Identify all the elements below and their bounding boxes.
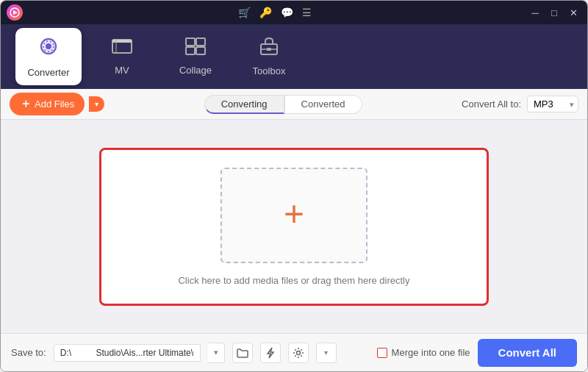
svg-point-4: [46, 43, 51, 49]
convert-all-to-label: Convert All to:: [462, 99, 521, 110]
window-controls: ─ □ ✕: [527, 4, 581, 21]
title-bar: 🛒 🔑 💬 ☰ ─ □ ✕: [1, 1, 587, 24]
toolbox-icon: [259, 37, 279, 61]
key-icon[interactable]: 🔑: [259, 7, 272, 18]
svg-rect-15: [267, 48, 271, 51]
format-select-wrapper: MP3 MP4 AAC WAV: [527, 96, 578, 112]
svg-point-17: [296, 351, 300, 354]
settings-button[interactable]: [288, 343, 309, 363]
converter-icon: [37, 35, 60, 62]
svg-marker-16: [268, 348, 273, 358]
drop-hint-text: Click here to add media files or drag th…: [178, 275, 409, 286]
merge-area: Merge into one file: [377, 347, 470, 358]
browse-folder-button[interactable]: [232, 343, 253, 363]
mv-icon: [112, 37, 132, 60]
add-files-label: Add Files: [35, 99, 74, 110]
add-media-icon: +: [284, 196, 304, 232]
close-button[interactable]: ✕: [565, 4, 581, 21]
convert-all-area: Convert All to: MP3 MP4 AAC WAV: [462, 96, 578, 112]
nav-toolbox-label: Toolbox: [253, 65, 286, 76]
maximize-button[interactable]: □: [546, 4, 562, 21]
nav-collage-label: Collage: [179, 65, 212, 76]
settings-dropdown-button[interactable]: ▾: [316, 343, 337, 363]
tab-converted[interactable]: Converted: [284, 95, 362, 114]
merge-label: Merge into one file: [392, 347, 470, 358]
chat-icon[interactable]: 💬: [281, 7, 293, 18]
save-to-label: Save to:: [11, 347, 46, 358]
save-path-input[interactable]: [54, 344, 201, 362]
svg-marker-1: [13, 10, 18, 15]
drop-area-outer[interactable]: + Click here to add media files or drag …: [99, 148, 489, 306]
convert-all-button[interactable]: Convert All: [478, 339, 577, 367]
menu-icon[interactable]: ☰: [302, 7, 312, 18]
svg-rect-11: [186, 47, 195, 54]
merge-checkbox[interactable]: [377, 348, 387, 358]
svg-rect-10: [196, 38, 205, 46]
nav-converter-label: Converter: [27, 67, 69, 78]
collage-icon: [185, 37, 206, 60]
cart-icon[interactable]: 🛒: [238, 7, 251, 18]
nav-item-converter[interactable]: Converter: [15, 28, 82, 85]
nav-item-mv[interactable]: MV: [89, 28, 155, 85]
plus-icon: ＋: [20, 96, 32, 112]
nav-item-collage[interactable]: Collage: [162, 28, 229, 85]
drop-container: + Click here to add media files or drag …: [178, 168, 409, 286]
nav-bar: Converter MV Collage: [1, 24, 587, 89]
add-files-dropdown-button[interactable]: ▾: [89, 96, 104, 112]
flash-button[interactable]: [260, 343, 281, 363]
add-files-button[interactable]: ＋ Add Files: [10, 93, 85, 115]
svg-rect-7: [112, 40, 132, 43]
svg-rect-9: [186, 38, 195, 46]
tab-converting[interactable]: Converting: [204, 95, 284, 114]
nav-item-toolbox[interactable]: Toolbox: [236, 28, 302, 85]
main-content: + Click here to add media files or drag …: [1, 120, 587, 333]
title-bar-icons: 🛒 🔑 💬 ☰: [238, 7, 312, 18]
toolbar: ＋ Add Files ▾ Converting Converted Conve…: [1, 89, 587, 120]
app-logo: [7, 4, 23, 21]
nav-mv-label: MV: [115, 65, 129, 76]
minimize-button[interactable]: ─: [527, 4, 543, 21]
svg-rect-12: [196, 47, 205, 54]
tabs-area: Converting Converted: [110, 95, 456, 114]
status-bar: Save to: ▾ ▾ Merge into one file Convert…: [1, 333, 587, 371]
format-select[interactable]: MP3 MP4 AAC WAV: [527, 96, 578, 112]
drop-area-inner[interactable]: +: [220, 168, 368, 263]
save-path-dropdown-button[interactable]: ▾: [208, 343, 225, 363]
